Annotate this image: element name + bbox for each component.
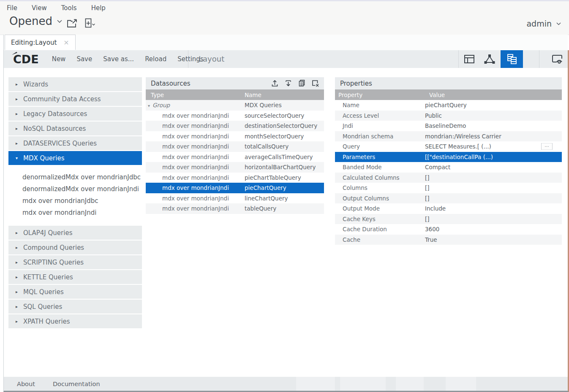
name-column-header: Name [245, 92, 261, 98]
menu-item[interactable]: File [6, 3, 18, 13]
datasource-row[interactable]: ▾mdx over mondrianJndi destinationSelect… [146, 121, 324, 131]
datasource-type-option[interactable]: mdx over mondrianJndi [8, 207, 142, 219]
opened-dropdown[interactable]: Opened [9, 15, 63, 27]
value-column-header: Value [429, 92, 445, 98]
type-cell: mdx over mondrianJndi [162, 112, 229, 119]
collapse-group-button[interactable] [284, 79, 293, 88]
expand-group-button[interactable] [270, 79, 279, 88]
accordion-top-group: ▸ Wizards ▸ Community Data Access ▸ Lega… [8, 77, 142, 150]
editor-toolbar: CDE New Save Save as... Reload Settings … [4, 50, 568, 68]
close-icon[interactable]: × [63, 38, 69, 46]
name-cell: averageCallsTimeQuery [245, 154, 324, 160]
datasources-actions [270, 79, 320, 88]
user-menu[interactable]: admin [526, 19, 561, 28]
datasource-row[interactable]: ▾mdx over mondrianJndi pieChartQuery [146, 183, 324, 193]
menu-item[interactable]: Tools [60, 3, 78, 13]
toolbar-button[interactable]: Save [73, 50, 96, 68]
property-row[interactable]: Cache True [335, 235, 562, 245]
menu-item[interactable]: View [31, 3, 48, 13]
property-cell: Output Columns [335, 195, 425, 202]
datasource-row[interactable]: ▾mdx over mondrianJndi lineChartQuery [146, 193, 324, 204]
property-row[interactable]: Mondrian schema mondrian:/Wireless Carri… [335, 131, 562, 142]
accordion-item[interactable]: ▸ Wizards [8, 77, 142, 91]
property-row[interactable]: Parameters [["destinationCallPa (...) [335, 152, 562, 162]
delete-button[interactable] [311, 79, 320, 88]
datasource-types-sidebar: ▸ Wizards ▸ Community Data Access ▸ Lega… [8, 77, 142, 329]
property-row[interactable]: Calculated Columns [] [335, 173, 562, 183]
menu-item[interactable]: Help [90, 3, 106, 13]
tab-editing-layout[interactable]: Editing:Layout × [5, 35, 76, 50]
toolbar-button[interactable]: Save as... [99, 50, 138, 68]
preview-button[interactable] [547, 50, 568, 68]
accordion-item[interactable]: ▸ Community Data Access [8, 92, 142, 106]
layout-panel-button[interactable] [460, 50, 479, 68]
type-cell: mdx over mondrianJndi [162, 205, 229, 212]
divider [188, 50, 188, 68]
datasources-title: Datasources [151, 80, 270, 87]
footer-link[interactable]: About [17, 381, 35, 387]
property-row[interactable]: Output Columns [] [335, 193, 562, 204]
file-actions [67, 18, 95, 28]
accordion-item[interactable]: ▸ MQL Queries [8, 285, 142, 299]
accordion-item[interactable]: ▸ SCRIPTING Queries [8, 255, 142, 269]
datasource-row[interactable]: ▾mdx over mondrianJndi monthSelectorQuer… [146, 131, 324, 142]
watermark [446, 377, 476, 391]
property-row[interactable]: Cache Duration 3600 [335, 224, 562, 235]
accordion-item[interactable]: ▸ DATASERVICES Queries [8, 136, 142, 150]
datasource-type-option[interactable]: mdx over mondrianJdbc [8, 195, 142, 207]
accordion-item[interactable]: ▸ KETTLE Queries [8, 270, 142, 284]
property-row[interactable]: Jndi BaselineDemo [335, 121, 562, 131]
properties-title: Properties [340, 80, 558, 87]
property-row[interactable]: Columns [] [335, 183, 562, 193]
new-file-icon[interactable] [85, 18, 95, 28]
datasource-type-option[interactable]: denormalizedMdx over mondrianJdbc [8, 171, 142, 183]
datasource-row[interactable]: ▾mdx over mondrianJndi pieChartTableQuer… [146, 173, 324, 183]
type-cell: mdx over mondrianJndi [162, 143, 229, 150]
accordion-item-mdx-queries[interactable]: ▾ MDX Queries [8, 151, 142, 165]
menubar: File View Tools Help [6, 3, 119, 13]
accordion-item[interactable]: ▸ XPATH Queries [8, 314, 142, 328]
datasource-row[interactable]: ▾mdx over mondrianJndi tableQuery [146, 203, 324, 214]
value-cell: 3600 [425, 226, 439, 232]
opened-label: Opened [9, 15, 52, 27]
property-cell: Output Mode [335, 205, 425, 212]
datasource-type-option[interactable]: denormalizedMdx over mondrianJndi [8, 183, 142, 195]
accordion-item[interactable]: ▸ Compound Queries [8, 241, 142, 254]
toolbar-button[interactable]: Reload [141, 50, 170, 68]
toolbar-button[interactable]: New [48, 50, 70, 68]
property-cell: Parameters [335, 154, 425, 160]
divider [458, 50, 459, 68]
divider [539, 50, 539, 68]
properties-panel: Properties Property Value Name pieChartQ… [335, 77, 562, 245]
datasource-row[interactable]: ▾mdx over mondrianJndi averageCallsTimeQ… [146, 152, 324, 162]
accordion-item[interactable]: ▸ SQL Queries [8, 300, 142, 314]
datasource-row[interactable]: ▾Group MDX Queries [146, 100, 324, 111]
components-panel-button[interactable] [480, 50, 499, 68]
duplicate-button[interactable] [297, 79, 306, 88]
accordion-item[interactable]: ▸ NoSQL Datasources [8, 122, 142, 135]
property-row[interactable]: Cache Keys [] [335, 214, 562, 224]
arrow-up-from-tray-icon [271, 79, 279, 87]
datasource-row[interactable]: ▾mdx over mondrianJndi sourceSelectorQue… [146, 111, 324, 121]
type-cell: mdx over mondrianJndi [162, 174, 229, 181]
property-row[interactable]: Query SELECT Measures.[ (...)... [335, 141, 562, 152]
delete-icon [311, 79, 319, 87]
duplicate-icon [298, 79, 306, 87]
name-cell: sourceSelectorQuery [245, 112, 324, 119]
datasources-panel-button[interactable] [501, 50, 523, 68]
datasource-row[interactable]: ▾mdx over mondrianJndi totalCallsQuery [146, 141, 324, 152]
property-row[interactable]: Output Mode Include [335, 203, 562, 214]
property-row[interactable]: Name pieChartQuery [335, 100, 562, 111]
datasource-row[interactable]: ▾mdx over mondrianJndi horizontalBarChar… [146, 162, 324, 173]
footer-link[interactable]: Documentation [53, 381, 100, 387]
name-cell: totalCallsQuery [245, 143, 324, 150]
ellipsis-button[interactable]: ... [541, 143, 553, 150]
accordion-item[interactable]: ▸ Legacy Datasources [8, 107, 142, 121]
footer-bar: About Documentation [4, 377, 568, 391]
open-file-icon[interactable] [67, 19, 78, 28]
property-row[interactable]: Access Level Public [335, 111, 562, 121]
properties-table: Name pieChartQuery Access Level Public J… [335, 100, 562, 245]
main-content: ▸ Wizards ▸ Community Data Access ▸ Lega… [4, 68, 568, 377]
accordion-item[interactable]: ▸ OLAP4J Queries [8, 226, 142, 240]
property-row[interactable]: Banded Mode Compact [335, 162, 562, 173]
